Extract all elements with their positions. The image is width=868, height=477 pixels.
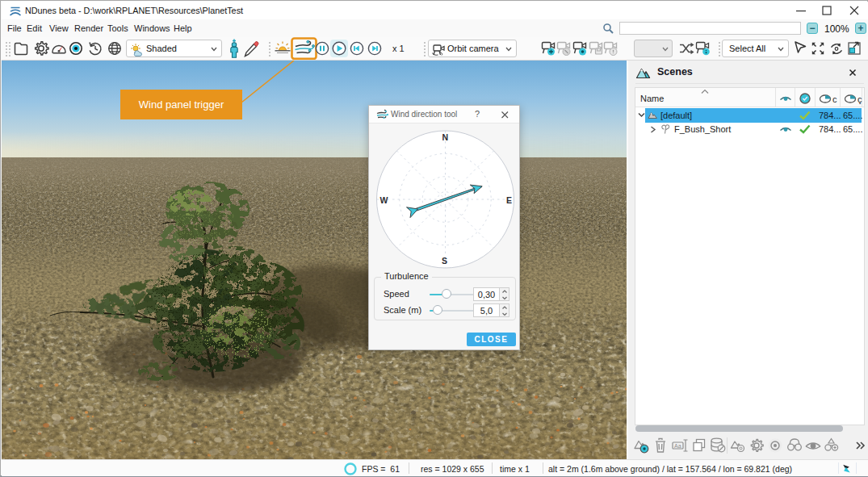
svg-text:W: W: [380, 195, 388, 205]
svg-text:Aa: Aa: [674, 443, 681, 449]
svg-text:E: E: [506, 195, 512, 205]
svg-text:ç: ç: [858, 94, 862, 104]
svg-text:N: N: [442, 132, 449, 142]
svg-text:S: S: [442, 256, 447, 266]
svg-text:c: c: [832, 94, 837, 104]
